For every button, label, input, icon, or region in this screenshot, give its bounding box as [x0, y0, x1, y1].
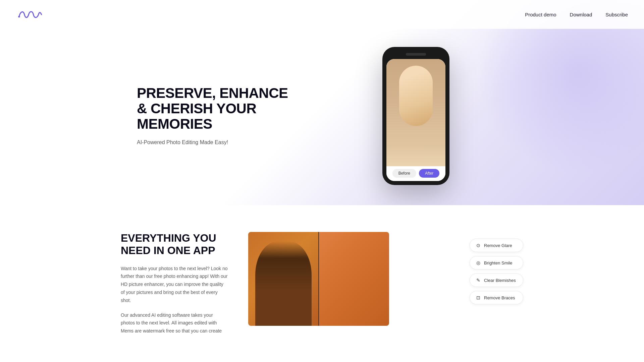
pill-remove-glare[interactable]: ⊙ Remove Glare [470, 239, 523, 252]
phone-screen: Before After [386, 59, 445, 181]
remove-braces-icon: ⊡ [475, 295, 481, 301]
header: Product demo Download Subscribe [0, 0, 644, 29]
split-photo [248, 232, 389, 326]
nav-links: Product demo Download Subscribe [525, 12, 628, 17]
pill-brighten-smile[interactable]: ◎ Brighten Smile [470, 256, 523, 269]
phone-notch-area [386, 51, 445, 58]
split-right [319, 232, 389, 326]
clear-blemishes-icon: ✎ [475, 277, 481, 283]
phone-notch [406, 53, 426, 56]
split-left [248, 232, 319, 326]
pill-clear-blemishes[interactable]: ✎ Clear Blemishes [470, 274, 523, 287]
hero-section: PRESERVE, ENHANCE & CHERISH YOUR MEMORIE… [0, 0, 644, 205]
person-silhouette [255, 241, 312, 326]
features-pills: ⊙ Remove Glare ◎ Brighten Smile ✎ Clear … [470, 232, 523, 304]
phone-mockup: Before After [382, 47, 449, 185]
after-button[interactable]: After [419, 169, 439, 178]
remove-glare-label: Remove Glare [484, 243, 512, 248]
nav-download[interactable]: Download [570, 12, 592, 17]
features-image-area [248, 232, 449, 326]
hero-content: PRESERVE, ENHANCE & CHERISH YOUR MEMORIE… [121, 27, 523, 205]
clear-blemishes-label: Clear Blemishes [484, 278, 516, 283]
hero-subtitle: AI-Powered Photo Editing Made Easy! [137, 138, 298, 146]
hero-phone: Before After [325, 47, 507, 185]
features-desc-2: Our advanced AI editing software takes y… [121, 311, 228, 335]
before-button[interactable]: Before [392, 169, 416, 178]
phone-before-after: Before After [386, 166, 445, 181]
nav-product-demo[interactable]: Product demo [525, 12, 556, 17]
hero-text: PRESERVE, ENHANCE & CHERISH YOUR MEMORIE… [137, 85, 298, 147]
features-title: EVERYTHING YOU NEED IN ONE APP [121, 232, 228, 257]
features-section: EVERYTHING YOU NEED IN ONE APP Want to t… [0, 205, 644, 362]
logo-icon [16, 6, 43, 23]
features-inner: EVERYTHING YOU NEED IN ONE APP Want to t… [121, 232, 523, 342]
hero-title: PRESERVE, ENHANCE & CHERISH YOUR MEMORIE… [137, 85, 298, 132]
logo-area [16, 6, 43, 23]
phone-image [386, 59, 445, 166]
features-desc-1: Want to take your photos to the next lev… [121, 265, 228, 305]
brighten-smile-icon: ◎ [475, 260, 481, 266]
remove-glare-icon: ⊙ [475, 242, 481, 248]
phone-face [399, 66, 433, 126]
pill-remove-braces[interactable]: ⊡ Remove Braces [470, 291, 523, 304]
features-text: EVERYTHING YOU NEED IN ONE APP Want to t… [121, 232, 228, 342]
remove-braces-label: Remove Braces [484, 295, 515, 300]
split-divider [318, 232, 319, 326]
nav-subscribe[interactable]: Subscribe [605, 12, 628, 17]
brighten-smile-label: Brighten Smile [484, 260, 513, 265]
svg-point-0 [18, 16, 20, 17]
